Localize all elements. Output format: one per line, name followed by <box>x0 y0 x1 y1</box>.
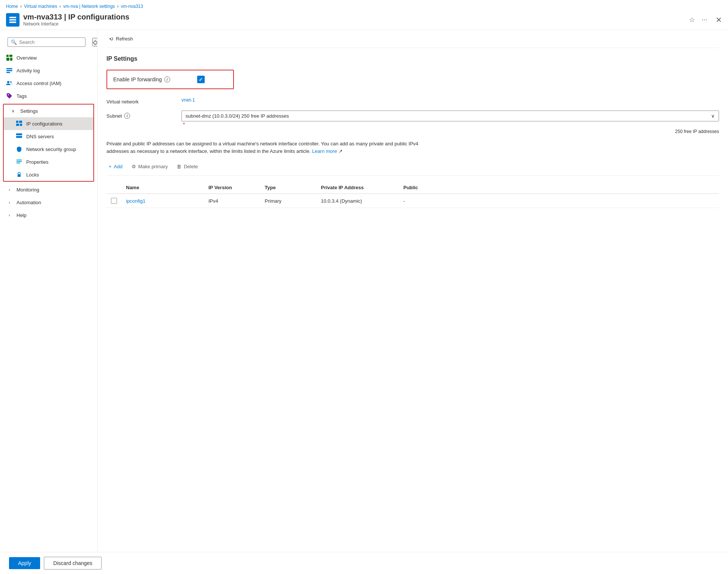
ip-table: Name IP Version Type Private IP Address … <box>106 182 719 208</box>
settings-group: ∨ Settings IP configurations <box>3 104 94 182</box>
section-title: IP Settings <box>106 55 719 62</box>
favorite-button[interactable]: ☆ <box>688 14 697 25</box>
breadcrumb: Home › Virtual machines › vm-nva | Netwo… <box>0 0 728 11</box>
access-control-label: Access control (IAM) <box>16 81 61 86</box>
ip-forwarding-checkbox[interactable] <box>197 76 205 83</box>
header-title-block: vm-nva313 | IP configurations Network In… <box>23 13 688 27</box>
overview-label: Overview <box>16 55 37 61</box>
breadcrumb-network-settings[interactable]: vm-nva | Network settings <box>63 4 115 9</box>
col-ip-version: IP Version <box>204 182 260 193</box>
resource-icon <box>6 13 19 27</box>
sidebar-item-settings[interactable]: ∨ Settings <box>4 105 93 117</box>
table-header: Name IP Version Type Private IP Address … <box>106 182 719 194</box>
col-private-ip: Private IP Address <box>316 182 399 193</box>
close-button[interactable]: ✕ <box>716 15 722 24</box>
locks-icon <box>16 171 22 178</box>
discard-button[interactable]: Discard changes <box>44 557 102 570</box>
svg-rect-6 <box>10 58 12 61</box>
svg-rect-1 <box>9 19 16 21</box>
subnet-dropdown[interactable]: subnet-dmz (10.0.3.0/24) 250 free IP add… <box>181 111 719 121</box>
sidebar-item-network-security-group[interactable]: Network security group <box>4 143 93 155</box>
svg-rect-0 <box>9 16 16 18</box>
free-ip-note: 250 free IP addresses <box>181 129 719 134</box>
header-actions: ☆ ··· ✕ <box>688 14 722 25</box>
add-button[interactable]: + Add <box>106 162 125 171</box>
subnet-selected-value: subnet-dmz (10.0.3.0/24) 250 free IP add… <box>186 113 289 119</box>
ip-forwarding-label: Enable IP forwarding i <box>113 76 170 82</box>
ipconfig-link[interactable]: ipconfig1 <box>126 198 145 204</box>
footer: Apply Discard changes <box>0 552 728 574</box>
add-icon: + <box>109 164 112 169</box>
breadcrumb-current[interactable]: vm-nva313 <box>121 4 143 9</box>
apply-button[interactable]: Apply <box>9 557 40 569</box>
external-link-icon: ↗ <box>339 148 343 154</box>
ip-forwarding-info-icon[interactable]: i <box>164 76 170 82</box>
svg-rect-3 <box>6 55 9 57</box>
search-icon: 🔍 <box>11 39 17 45</box>
svg-rect-8 <box>6 70 12 71</box>
virtual-network-value: vnet-1 <box>181 97 719 103</box>
sidebar: 🔍 ◇ « Overview <box>0 30 97 552</box>
svg-rect-17 <box>16 133 22 135</box>
settings-label: Settings <box>20 108 38 114</box>
monitoring-chevron-icon: › <box>6 186 13 193</box>
sidebar-item-locks[interactable]: Locks <box>4 168 93 181</box>
svg-rect-5 <box>6 58 9 61</box>
sidebar-item-access-control[interactable]: Access control (IAM) <box>0 77 97 90</box>
sidebar-item-monitoring[interactable]: › Monitoring <box>0 183 97 196</box>
svg-point-12 <box>8 94 9 96</box>
virtual-network-link[interactable]: vnet-1 <box>181 97 195 103</box>
main-content: ↻ Refresh IP Settings Enable IP forwardi… <box>97 30 728 552</box>
delete-icon: 🗑 <box>177 164 181 169</box>
refresh-button[interactable]: ↻ Refresh <box>106 34 136 43</box>
virtual-network-row: Virtual network vnet-1 <box>106 97 719 105</box>
main-layout: 🔍 ◇ « Overview <box>0 30 728 552</box>
breadcrumb-vms[interactable]: Virtual machines <box>24 4 57 9</box>
help-label: Help <box>16 212 27 218</box>
delete-button[interactable]: 🗑 Delete <box>174 162 200 171</box>
make-primary-icon: ⚙ <box>132 164 136 169</box>
svg-rect-7 <box>6 68 12 69</box>
automation-chevron-icon: › <box>6 199 13 206</box>
subnet-label-text: Subnet <box>106 113 122 119</box>
required-indicator: * <box>183 121 185 127</box>
sidebar-item-automation[interactable]: › Automation <box>0 196 97 209</box>
row-name-cell: ipconfig1 <box>121 194 204 208</box>
subnet-info-icon[interactable]: i <box>124 113 130 119</box>
nsg-icon <box>16 146 22 152</box>
ip-forwarding-text: Enable IP forwarding <box>113 76 162 82</box>
sidebar-item-tags[interactable]: Tags <box>0 90 97 102</box>
ip-configurations-icon <box>16 120 22 127</box>
description-main: Private and public IP addresses can be a… <box>106 141 418 154</box>
row-checkbox-cell[interactable] <box>106 194 121 208</box>
search-input[interactable] <box>19 39 82 45</box>
svg-rect-15 <box>16 124 19 126</box>
sidebar-item-properties[interactable]: Properties <box>4 155 93 168</box>
svg-rect-14 <box>19 121 22 123</box>
row-checkbox[interactable] <box>111 198 117 204</box>
row-type-cell: Primary <box>260 194 316 208</box>
properties-label: Properties <box>26 159 48 165</box>
svg-rect-9 <box>6 72 10 73</box>
page-subtitle: Network Interface <box>23 21 688 27</box>
ip-forwarding-section: Enable IP forwarding i <box>106 70 234 89</box>
sidebar-item-help[interactable]: › Help <box>0 209 97 221</box>
make-primary-button[interactable]: ⚙ Make primary <box>129 162 170 171</box>
col-checkbox <box>106 182 121 193</box>
sidebar-item-ip-configurations[interactable]: IP configurations <box>4 117 93 130</box>
col-type: Type <box>260 182 316 193</box>
search-box[interactable]: 🔍 <box>7 37 85 47</box>
subnet-label: Subnet i <box>106 111 181 119</box>
svg-rect-19 <box>16 160 22 160</box>
filter-button[interactable]: ◇ <box>92 38 97 46</box>
sidebar-item-dns-servers[interactable]: DNS servers <box>4 130 93 143</box>
svg-point-11 <box>10 81 12 83</box>
learn-more-link[interactable]: Learn more <box>312 148 337 154</box>
sidebar-item-overview[interactable]: Overview <box>0 51 97 64</box>
sidebar-item-activity-log[interactable]: Activity log <box>0 64 97 77</box>
properties-icon <box>16 158 22 165</box>
breadcrumb-home[interactable]: Home <box>6 4 18 9</box>
more-options-button[interactable]: ··· <box>700 14 709 25</box>
ip-configurations-label: IP configurations <box>26 121 63 127</box>
toolbar: ↻ Refresh <box>106 30 719 48</box>
